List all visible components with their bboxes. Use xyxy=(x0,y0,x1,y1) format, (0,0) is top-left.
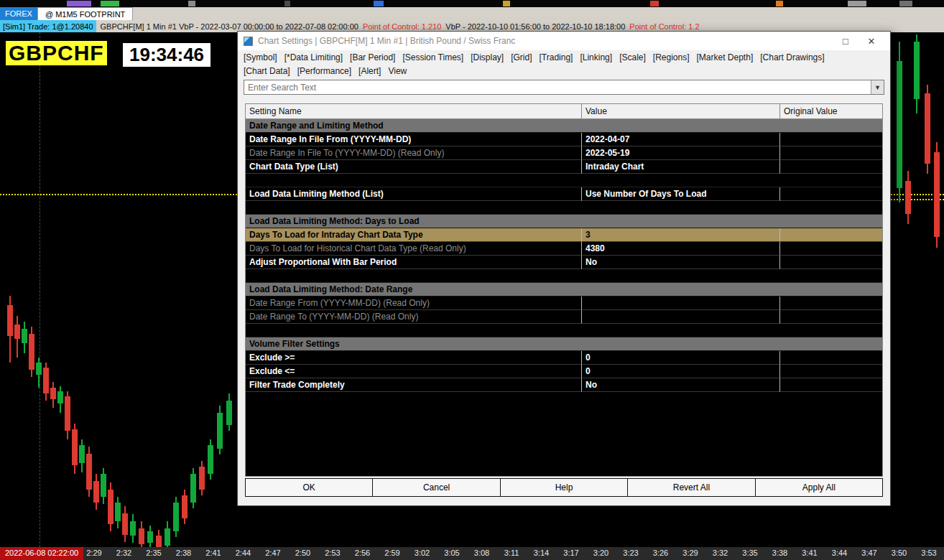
candle-body xyxy=(22,329,27,343)
setting-value[interactable]: 2022-05-19 xyxy=(582,146,780,160)
setting-row[interactable]: Adjust Proportional With Bar PeriodNo xyxy=(246,256,882,269)
setting-value[interactable]: 3 xyxy=(582,228,780,242)
section-label: Load Data Limiting Method: Date Range xyxy=(246,283,882,296)
ok-button[interactable]: OK xyxy=(245,478,373,497)
tab-forex[interactable]: FOREX xyxy=(0,7,37,20)
help-button[interactable]: Help xyxy=(500,478,628,497)
menu-session-times[interactable]: [Session Times] xyxy=(402,52,463,62)
menu-view[interactable]: View xyxy=(388,66,407,76)
time-label: 2:41 xyxy=(205,549,221,557)
candle-body xyxy=(29,334,34,370)
cancel-button[interactable]: Cancel xyxy=(372,478,500,497)
time-label: 3:35 xyxy=(742,549,757,557)
taskbar-segment xyxy=(188,1,195,6)
time-label: 2:56 xyxy=(355,549,370,557)
setting-value[interactable]: 4380 xyxy=(582,242,780,256)
maximize-icon[interactable]: □ xyxy=(833,36,859,47)
candle-body xyxy=(122,513,128,535)
candle-body xyxy=(65,396,70,431)
candle-body xyxy=(165,528,170,546)
time-label: 3:11 xyxy=(504,549,519,557)
setting-row[interactable]: Date Range From (YYYY-MM-DD) (Read Only) xyxy=(246,297,882,310)
column-header-value[interactable]: Value xyxy=(582,104,780,118)
setting-row[interactable]: Date Range In File From (YYYY-MM-DD)2022… xyxy=(246,133,882,146)
dialog-titlebar[interactable]: Chart Settings | GBPCHF[M] 1 Min #1 | Br… xyxy=(238,32,890,50)
menu-data-limiting[interactable]: [*Data Limiting] xyxy=(284,52,343,62)
candle-body xyxy=(226,401,232,425)
menu-performance[interactable]: [Performance] xyxy=(297,66,351,76)
setting-name: Exclude <= xyxy=(246,365,582,378)
chart-info-text: GBPCHF[M] 1 Min #1 VbP - 2022-03-07 00:0… xyxy=(101,22,358,31)
sim-trade-badge[interactable]: [Sim1] Trade: 1@1.20840 xyxy=(0,20,96,32)
menu-alert[interactable]: [Alert] xyxy=(358,66,381,76)
time-label: 3:29 xyxy=(682,549,698,557)
table-header-row: Setting NameValueOriginal Value xyxy=(245,103,883,119)
setting-name: Date Range In File From (YYYY-MM-DD) xyxy=(246,133,582,146)
candle-body xyxy=(72,429,78,465)
setting-name: Chart Data Type (List) xyxy=(246,160,582,174)
menu-regions[interactable]: [Regions] xyxy=(653,52,690,62)
setting-row[interactable]: Days To Load for Intraday Chart Data Typ… xyxy=(246,228,882,242)
candle-body xyxy=(182,495,188,518)
candle-body xyxy=(914,42,920,99)
menu-chart-data[interactable]: [Chart Data] xyxy=(244,66,290,76)
close-icon[interactable]: ✕ xyxy=(859,36,884,47)
apply-all-button[interactable]: Apply All xyxy=(755,478,883,497)
candle-body xyxy=(147,531,153,543)
menu-linking[interactable]: [Linking] xyxy=(580,52,612,62)
setting-value[interactable]: No xyxy=(582,378,780,392)
menu-scale[interactable]: [Scale] xyxy=(619,52,646,62)
taskbar-strip xyxy=(0,0,944,7)
time-label: 2:29 xyxy=(86,549,101,557)
setting-original-value xyxy=(780,365,882,378)
candle-body xyxy=(108,490,114,524)
vbp-info-2: VbP - 2022-10-10 01:56:00 to 2022-10-10 … xyxy=(445,22,625,31)
tab-footprint[interactable]: @ M1M5 FOOTPRINT xyxy=(37,7,133,20)
setting-value[interactable]: 2022-04-07 xyxy=(582,133,780,146)
setting-value[interactable]: 0 xyxy=(582,351,780,365)
search-input[interactable] xyxy=(244,80,871,94)
section-row: Load Data Limiting Method: Days to Load xyxy=(246,215,882,228)
setting-value[interactable]: 0 xyxy=(582,365,780,378)
setting-value[interactable]: No xyxy=(582,256,780,269)
candle-body xyxy=(934,152,940,237)
setting-row[interactable]: Load Data Limiting Method (List)Use Numb… xyxy=(246,187,882,201)
setting-row[interactable]: Exclude >=0 xyxy=(246,351,882,365)
setting-value[interactable]: Use Number Of Days To Load xyxy=(582,187,780,201)
chart-settings-dialog: Chart Settings | GBPCHF[M] 1 Min #1 | Br… xyxy=(237,31,891,506)
setting-row[interactable]: Days To Load for Historical Chart Data T… xyxy=(246,242,882,256)
setting-row[interactable]: Filter Trade CompletelyNo xyxy=(246,378,882,392)
candle-body xyxy=(925,93,930,164)
time-label: 3:17 xyxy=(563,549,578,557)
setting-value[interactable] xyxy=(582,310,780,324)
candle-body xyxy=(101,474,106,497)
setting-row[interactable]: Date Range To (YYYY-MM-DD) (Read Only) xyxy=(246,310,882,324)
setting-row[interactable]: Chart Data Type (List)Intraday Chart xyxy=(246,160,882,174)
time-label: 2:38 xyxy=(176,549,191,557)
time-label: 2:59 xyxy=(384,549,399,557)
setting-name: Date Range To (YYYY-MM-DD) (Read Only) xyxy=(246,310,582,324)
column-header-setting-name[interactable]: Setting Name xyxy=(246,104,582,118)
chevron-down-icon[interactable]: ▼ xyxy=(871,80,884,94)
section-label: Load Data Limiting Method: Days to Load xyxy=(246,215,882,228)
setting-name: Date Range In File To (YYYY-MM-DD) (Read… xyxy=(246,146,582,160)
menu-market-depth[interactable]: [Market Depth] xyxy=(697,52,754,62)
time-axis[interactable]: 2022-06-08 02:22:00 2:292:322:352:382:41… xyxy=(0,547,944,560)
settings-table: Setting NameValueOriginal Value Date Ran… xyxy=(245,103,883,477)
menu-trading[interactable]: [Trading] xyxy=(540,52,573,62)
column-header-original-value[interactable]: Original Value xyxy=(780,104,882,118)
setting-value[interactable] xyxy=(582,297,780,310)
menu-symbol[interactable]: [Symbol] xyxy=(244,52,277,62)
setting-value[interactable]: Intraday Chart xyxy=(582,160,780,174)
candle-body xyxy=(173,503,179,531)
menu-display[interactable]: [Display] xyxy=(471,52,504,62)
setting-original-value xyxy=(780,297,882,310)
setting-row[interactable]: Exclude <=0 xyxy=(246,365,882,378)
setting-row[interactable]: Date Range In File To (YYYY-MM-DD) (Read… xyxy=(246,146,882,160)
menu-chart-drawings[interactable]: [Chart Drawings] xyxy=(760,52,824,62)
time-label: 3:20 xyxy=(593,549,608,557)
menu-bar-period[interactable]: [Bar Period] xyxy=(350,52,395,62)
empty-row xyxy=(246,324,882,337)
revert-all-button[interactable]: Revert All xyxy=(627,478,755,497)
menu-grid[interactable]: [Grid] xyxy=(511,52,532,62)
